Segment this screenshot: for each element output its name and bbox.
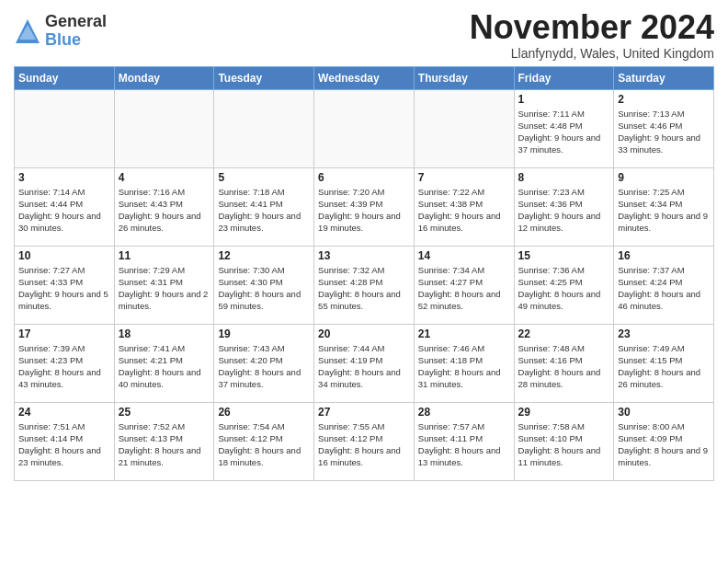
calendar-cell (314, 89, 415, 167)
day-info: Sunrise: 7:58 AMSunset: 4:10 PMDaylight:… (518, 420, 610, 469)
calendar-cell: 29Sunrise: 7:58 AMSunset: 4:10 PMDayligh… (514, 402, 614, 480)
calendar-week-2: 3Sunrise: 7:14 AMSunset: 4:44 PMDaylight… (15, 167, 714, 246)
day-info: Sunrise: 7:16 AMSunset: 4:43 PMDaylight:… (119, 186, 210, 235)
calendar-cell: 24Sunrise: 7:51 AMSunset: 4:14 PMDayligh… (15, 402, 115, 480)
day-info: Sunrise: 7:34 AMSunset: 4:27 PMDaylight:… (418, 264, 510, 313)
calendar-cell: 30Sunrise: 8:00 AMSunset: 4:09 PMDayligh… (614, 402, 714, 480)
day-info: Sunrise: 7:11 AMSunset: 4:48 PMDaylight:… (518, 108, 610, 156)
calendar-cell: 26Sunrise: 7:54 AMSunset: 4:12 PMDayligh… (214, 402, 314, 480)
calendar-cell: 22Sunrise: 7:48 AMSunset: 4:16 PMDayligh… (514, 324, 614, 402)
calendar-header-saturday: Saturday (614, 66, 714, 89)
calendar-cell: 15Sunrise: 7:36 AMSunset: 4:25 PMDayligh… (514, 246, 614, 324)
calendar-week-5: 24Sunrise: 7:51 AMSunset: 4:14 PMDayligh… (15, 402, 714, 480)
calendar-cell: 13Sunrise: 7:32 AMSunset: 4:28 PMDayligh… (314, 246, 415, 324)
day-info: Sunrise: 7:36 AMSunset: 4:25 PMDaylight:… (518, 264, 610, 313)
day-info: Sunrise: 7:13 AMSunset: 4:46 PMDaylight:… (618, 108, 710, 156)
day-info: Sunrise: 7:22 AMSunset: 4:38 PMDaylight:… (418, 186, 510, 235)
day-number: 23 (618, 327, 710, 340)
day-info: Sunrise: 8:00 AMSunset: 4:09 PMDaylight:… (618, 420, 710, 469)
day-info: Sunrise: 7:29 AMSunset: 4:31 PMDaylight:… (119, 264, 210, 313)
calendar-cell: 7Sunrise: 7:22 AMSunset: 4:38 PMDaylight… (414, 167, 514, 246)
day-info: Sunrise: 7:14 AMSunset: 4:44 PMDaylight:… (18, 186, 110, 235)
calendar-header-tuesday: Tuesday (214, 66, 314, 89)
day-info: Sunrise: 7:57 AMSunset: 4:11 PMDaylight:… (418, 420, 510, 469)
calendar-cell: 23Sunrise: 7:49 AMSunset: 4:15 PMDayligh… (614, 324, 714, 402)
day-number: 24 (18, 406, 110, 419)
day-number: 13 (318, 249, 410, 262)
calendar-cell: 2Sunrise: 7:13 AMSunset: 4:46 PMDaylight… (614, 89, 714, 167)
day-info: Sunrise: 7:39 AMSunset: 4:23 PMDaylight:… (18, 342, 110, 391)
calendar-week-3: 10Sunrise: 7:27 AMSunset: 4:33 PMDayligh… (15, 246, 714, 324)
calendar-cell: 21Sunrise: 7:46 AMSunset: 4:18 PMDayligh… (414, 324, 514, 402)
calendar-cell: 27Sunrise: 7:55 AMSunset: 4:12 PMDayligh… (314, 402, 415, 480)
calendar-header-thursday: Thursday (414, 66, 514, 89)
calendar-cell: 9Sunrise: 7:25 AMSunset: 4:34 PMDaylight… (614, 167, 714, 246)
header: General Blue November 2024 Llanfynydd, W… (14, 9, 714, 61)
day-info: Sunrise: 7:20 AMSunset: 4:39 PMDaylight:… (318, 186, 410, 235)
day-info: Sunrise: 7:48 AMSunset: 4:16 PMDaylight:… (518, 342, 610, 391)
day-number: 12 (218, 249, 310, 262)
day-info: Sunrise: 7:27 AMSunset: 4:33 PMDaylight:… (18, 264, 110, 313)
calendar-cell: 12Sunrise: 7:30 AMSunset: 4:30 PMDayligh… (214, 246, 314, 324)
calendar-cell: 17Sunrise: 7:39 AMSunset: 4:23 PMDayligh… (15, 324, 115, 402)
calendar-cell: 4Sunrise: 7:16 AMSunset: 4:43 PMDaylight… (114, 167, 214, 246)
month-title: November 2024 (470, 9, 714, 46)
day-number: 4 (119, 171, 210, 184)
day-number: 9 (618, 171, 710, 184)
calendar-cell (114, 89, 214, 167)
day-number: 2 (618, 93, 710, 106)
day-info: Sunrise: 7:52 AMSunset: 4:13 PMDaylight:… (119, 420, 210, 469)
day-info: Sunrise: 7:41 AMSunset: 4:21 PMDaylight:… (119, 342, 210, 391)
logo-icon (14, 17, 41, 45)
calendar-cell: 1Sunrise: 7:11 AMSunset: 4:48 PMDaylight… (514, 89, 614, 167)
calendar-cell: 8Sunrise: 7:23 AMSunset: 4:36 PMDaylight… (514, 167, 614, 246)
calendar-cell (15, 89, 115, 167)
day-number: 27 (318, 406, 410, 419)
page: General Blue November 2024 Llanfynydd, W… (0, 0, 728, 563)
day-number: 25 (119, 406, 210, 419)
logo-general: General (45, 13, 107, 31)
day-number: 1 (518, 93, 610, 106)
calendar-cell: 18Sunrise: 7:41 AMSunset: 4:21 PMDayligh… (114, 324, 214, 402)
calendar-cell: 19Sunrise: 7:43 AMSunset: 4:20 PMDayligh… (214, 324, 314, 402)
day-number: 26 (218, 406, 310, 419)
day-info: Sunrise: 7:49 AMSunset: 4:15 PMDaylight:… (618, 342, 710, 391)
day-number: 5 (218, 171, 310, 184)
day-number: 30 (618, 406, 710, 419)
calendar-cell: 3Sunrise: 7:14 AMSunset: 4:44 PMDaylight… (15, 167, 115, 246)
day-number: 20 (318, 327, 410, 340)
logo-text: General Blue (45, 13, 107, 50)
day-info: Sunrise: 7:43 AMSunset: 4:20 PMDaylight:… (218, 342, 310, 391)
calendar-cell: 11Sunrise: 7:29 AMSunset: 4:31 PMDayligh… (114, 246, 214, 324)
day-info: Sunrise: 7:55 AMSunset: 4:12 PMDaylight:… (318, 420, 410, 469)
calendar-cell: 6Sunrise: 7:20 AMSunset: 4:39 PMDaylight… (314, 167, 415, 246)
day-info: Sunrise: 7:37 AMSunset: 4:24 PMDaylight:… (618, 264, 710, 313)
day-number: 18 (119, 327, 210, 340)
calendar-cell: 28Sunrise: 7:57 AMSunset: 4:11 PMDayligh… (414, 402, 514, 480)
calendar-week-4: 17Sunrise: 7:39 AMSunset: 4:23 PMDayligh… (15, 324, 714, 402)
day-number: 14 (418, 249, 510, 262)
day-info: Sunrise: 7:51 AMSunset: 4:14 PMDaylight:… (18, 420, 110, 469)
title-area: November 2024 Llanfynydd, Wales, United … (470, 9, 714, 61)
calendar-header-wednesday: Wednesday (314, 66, 415, 89)
calendar-header-row: SundayMondayTuesdayWednesdayThursdayFrid… (15, 66, 714, 89)
calendar-cell: 25Sunrise: 7:52 AMSunset: 4:13 PMDayligh… (114, 402, 214, 480)
calendar-cell (414, 89, 514, 167)
day-number: 8 (518, 171, 610, 184)
day-info: Sunrise: 7:44 AMSunset: 4:19 PMDaylight:… (318, 342, 410, 391)
calendar-header-sunday: Sunday (15, 66, 115, 89)
day-number: 19 (218, 327, 310, 340)
day-info: Sunrise: 7:32 AMSunset: 4:28 PMDaylight:… (318, 264, 410, 313)
logo-blue: Blue (45, 31, 107, 50)
day-number: 17 (18, 327, 110, 340)
calendar-cell: 16Sunrise: 7:37 AMSunset: 4:24 PMDayligh… (614, 246, 714, 324)
calendar-cell: 14Sunrise: 7:34 AMSunset: 4:27 PMDayligh… (414, 246, 514, 324)
calendar-header-monday: Monday (114, 66, 214, 89)
calendar: SundayMondayTuesdayWednesdayThursdayFrid… (14, 66, 714, 481)
day-number: 22 (518, 327, 610, 340)
day-number: 3 (18, 171, 110, 184)
day-info: Sunrise: 7:46 AMSunset: 4:18 PMDaylight:… (418, 342, 510, 391)
day-number: 15 (518, 249, 610, 262)
day-info: Sunrise: 7:25 AMSunset: 4:34 PMDaylight:… (618, 186, 710, 235)
day-info: Sunrise: 7:30 AMSunset: 4:30 PMDaylight:… (218, 264, 310, 313)
